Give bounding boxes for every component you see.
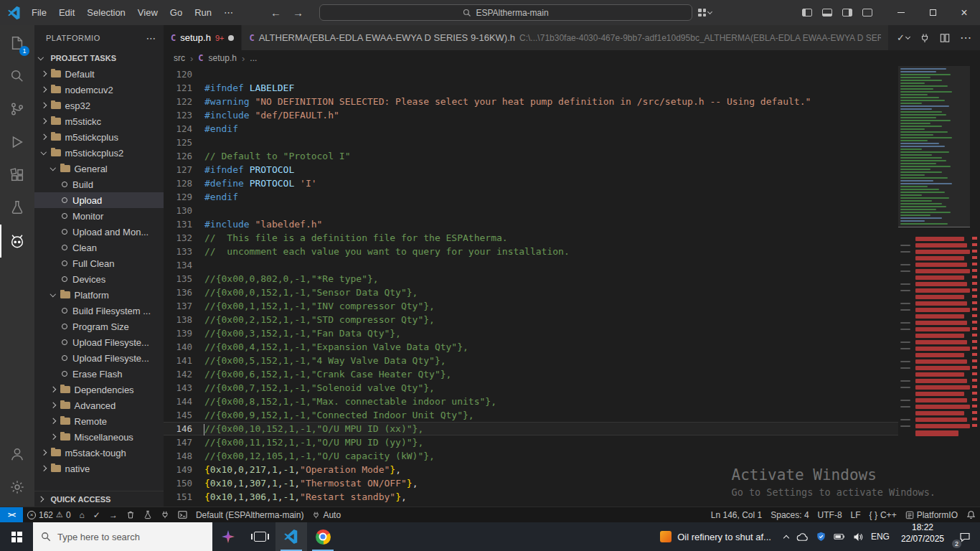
code-line-124[interactable]: 124#endif <box>164 122 898 136</box>
taskbar-clock[interactable]: 18:22 22/07/2025 <box>895 522 950 551</box>
taskbar-search-input[interactable]: Type here to search <box>33 522 212 551</box>
code-line-146[interactable]: 146//{0x00,10,152,1,-1,"O/U MPU ID (xx)"… <box>164 422 898 435</box>
code-line-135[interactable]: 135//{0x00,0,802,0,-1,"*Re type"}, <box>164 272 898 286</box>
search-highlights-button[interactable] <box>212 522 244 551</box>
tab-setup-h[interactable]: C setup.h 9+ <box>164 25 241 50</box>
code-line-143[interactable]: 143//{0x00,7,152,1,-1,"Solenoid valve Qt… <box>164 381 898 395</box>
menu-go[interactable]: Go <box>164 5 188 20</box>
onedrive-cloud-icon[interactable] <box>796 532 809 542</box>
code-line-144[interactable]: 144//{0x00,8,152,1,-1,"Max. connectable … <box>164 395 898 408</box>
pio-serial-monitor-button[interactable] <box>156 507 174 522</box>
code-line-120[interactable]: 120 <box>164 67 898 81</box>
menu-edit[interactable]: Edit <box>53 5 80 20</box>
pio-clean-button[interactable] <box>122 507 139 522</box>
code-line-122[interactable]: 122#warning "NO DEFINITION SELECTED: Ple… <box>164 95 898 108</box>
language-indicator[interactable]: ENG <box>871 532 890 542</box>
task-view-button[interactable] <box>244 522 275 551</box>
remote-indicator[interactable]: >< <box>0 507 23 522</box>
code-line-125[interactable]: 125 <box>164 136 898 149</box>
tree-item-dependencies[interactable]: Dependencies <box>34 382 164 397</box>
plug-icon[interactable] <box>920 33 930 43</box>
volume-icon[interactable] <box>853 532 863 542</box>
settings-gear-icon[interactable] <box>0 471 34 504</box>
notifications-bell-icon[interactable] <box>962 507 980 522</box>
start-button[interactable] <box>0 522 33 551</box>
indentation[interactable]: Spaces: 4 <box>766 507 813 522</box>
toggle-panel-icon[interactable] <box>822 9 832 17</box>
code-line-128[interactable]: 128#define PROTOCOL 'I' <box>164 176 898 190</box>
minimap[interactable] <box>898 66 970 507</box>
command-center-search[interactable]: ESPAltherma-main <box>319 4 692 21</box>
overview-ruler[interactable] <box>970 66 980 507</box>
more-actions-icon[interactable]: ⋯ <box>960 31 971 44</box>
tree-item-m5stickcplus2[interactable]: m5stickcplus2 <box>34 145 164 161</box>
menu-run[interactable]: Run <box>189 5 217 20</box>
code-line-131[interactable]: 131#include "labeldef.h" <box>164 217 898 231</box>
tree-item-clean[interactable]: Clean <box>34 240 164 255</box>
layout-presets-button[interactable] <box>698 9 712 17</box>
code-line-123[interactable]: 123#include "def/DEFAULT.h" <box>164 108 898 122</box>
split-editor-icon[interactable] <box>940 33 950 43</box>
taskbar-chrome[interactable] <box>307 522 339 551</box>
tree-item-build[interactable]: Build <box>34 176 164 192</box>
code-line-150[interactable]: 150{0x10,1,307,1,-1,"Thermostat ON/OFF"}… <box>164 476 898 490</box>
action-center-button[interactable]: 2 <box>950 522 980 551</box>
encoding[interactable]: UTF-8 <box>814 507 847 522</box>
code-line-136[interactable]: 136//{0x00,0,152,1,-1,"Sensor Data Qty"}… <box>164 286 898 299</box>
activity-testing[interactable] <box>0 192 34 225</box>
account-icon[interactable] <box>0 438 34 471</box>
code-line-132[interactable]: 132// This file is a definition file for… <box>164 231 898 245</box>
activity-explorer[interactable]: 1 <box>0 27 34 60</box>
section-project-tasks[interactable]: PROJECT TASKS <box>34 50 164 66</box>
code-line-138[interactable]: 138//{0x00,2,152,1,-1,"STD compressor Qt… <box>164 313 898 326</box>
pio-env-switcher[interactable]: Default (ESPAltherma-main) <box>192 507 308 522</box>
code-line-141[interactable]: 141//{0x00,5,152,1,-1,"4 Way Valve Data … <box>164 354 898 367</box>
code-line-130[interactable]: 130 <box>164 204 898 217</box>
minimize-button[interactable] <box>885 0 917 25</box>
close-button[interactable]: × <box>948 0 980 25</box>
code-line-148[interactable]: 148//{0x00,12,105,1,-1,"O/U capacity (kW… <box>164 449 898 463</box>
dirty-indicator[interactable] <box>228 35 234 41</box>
tree-item-upload-filesyste[interactable]: Upload Filesyste... <box>34 334 164 350</box>
breadcrumb-file[interactable]: setup.h <box>209 53 237 63</box>
menu-view[interactable]: View <box>132 5 164 20</box>
battery-icon[interactable] <box>834 533 845 540</box>
tree-item-advanced[interactable]: Advanced <box>34 397 164 413</box>
show-hidden-icons-chevron[interactable] <box>783 534 789 540</box>
nav-forward-icon[interactable]: → <box>293 6 303 19</box>
pio-build-button[interactable]: ✓ <box>89 507 105 522</box>
pio-home-button[interactable]: ⌂ <box>75 507 89 522</box>
pio-terminal-button[interactable] <box>174 507 192 522</box>
pio-serial-port[interactable]: Auto <box>308 507 345 522</box>
menu-more[interactable]: ⋯ <box>218 5 239 20</box>
code-line-127[interactable]: 127#ifndef PROTOCOL <box>164 163 898 176</box>
code-line-140[interactable]: 140//{0x00,4,152,1,-1,"Expansion Valve D… <box>164 340 898 354</box>
tree-item-program-size[interactable]: Program Size <box>34 319 164 334</box>
platformio-status[interactable]: PlatformIO <box>901 507 962 522</box>
maximize-button[interactable] <box>917 0 948 25</box>
tree-item-erase-flash[interactable]: Erase Flash <box>34 366 164 382</box>
news-widget[interactable]: Oil refinery to shut af... <box>653 522 778 551</box>
tree-item-m5stickcplus[interactable]: m5stickcplus <box>34 129 164 145</box>
toggle-secondary-sidebar-icon[interactable] <box>842 9 852 17</box>
tree-item-esp32[interactable]: esp32 <box>34 98 164 113</box>
code-line-121[interactable]: 121#ifndef LABELDEF <box>164 81 898 95</box>
code-line-129[interactable]: 129#endif <box>164 190 898 204</box>
activity-search[interactable] <box>0 60 34 93</box>
pio-upload-button[interactable]: → <box>105 507 122 522</box>
tree-item-miscellaneous[interactable]: Miscellaneous <box>34 429 164 445</box>
code-line-142[interactable]: 142//{0x00,6,152,1,-1,"Crank Case Heater… <box>164 367 898 381</box>
pio-test-button[interactable] <box>139 507 156 522</box>
tree-item-build-filesystem[interactable]: Build Filesystem ... <box>34 303 164 319</box>
tree-item-upload-and-mon[interactable]: Upload and Mon... <box>34 224 164 240</box>
run-check-button[interactable]: ✓ <box>897 32 910 43</box>
tree-item-default[interactable]: Default <box>34 66 164 82</box>
code-line-147[interactable]: 147//{0x00,11,152,1,-1,"O/U MPU ID (yy)"… <box>164 435 898 449</box>
tree-item-platform[interactable]: Platform <box>34 287 164 303</box>
activity-extensions[interactable] <box>0 159 34 192</box>
code-line-139[interactable]: 139//{0x00,3,152,1,-1,"Fan Data Qty"}, <box>164 326 898 340</box>
nav-back-icon[interactable]: ← <box>270 6 281 19</box>
menu-file[interactable]: File <box>26 5 52 20</box>
toggle-sidebar-icon[interactable] <box>802 9 812 17</box>
taskbar-vscode[interactable] <box>275 522 307 551</box>
